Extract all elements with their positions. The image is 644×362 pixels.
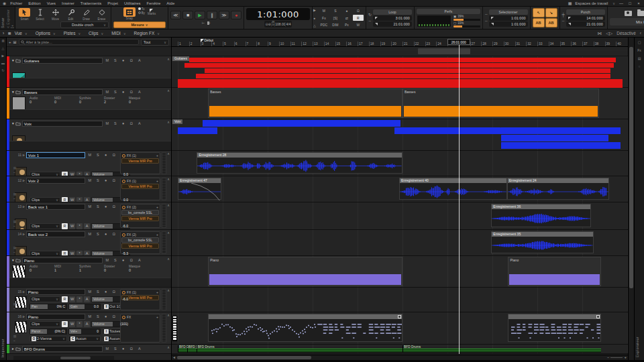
fx-plugin-vienna-mir-pro[interactable]: Vienna MIR Pro — [121, 184, 159, 189]
metronome-tri-icon[interactable]: △ — [313, 23, 316, 27]
fast-forward-button[interactable]: ≫ — [219, 11, 229, 19]
collapse-caret-icon[interactable]: ∧ — [167, 203, 170, 207]
app-logo-icon[interactable]: ◉ — [3, 1, 6, 5]
folder-button-a[interactable]: A — [136, 58, 143, 62]
track-name[interactable]: Voix 1 — [26, 152, 85, 158]
container-clip-basses[interactable]: Basses — [208, 88, 402, 118]
automation-a-button[interactable]: A — [84, 197, 90, 203]
container-clip-piano[interactable]: Piano — [208, 257, 402, 286]
mix-button-w[interactable]: W — [353, 21, 364, 28]
track-button-m[interactable]: M — [87, 204, 93, 208]
automation-r-button[interactable]: R — [62, 321, 68, 327]
folder-button-s[interactable]: S — [112, 121, 119, 125]
fx-add-button[interactable]: + — [156, 205, 158, 209]
folder-caret-icon[interactable]: ▾ — [12, 121, 14, 125]
fx-power-icon[interactable] — [122, 233, 125, 237]
folder-button-a[interactable]: A — [136, 347, 143, 351]
midi-output-dropdown[interactable]: O2-Vienna∨ — [30, 336, 67, 342]
folder-button-m[interactable]: M — [104, 347, 111, 351]
composite-clip-bar[interactable] — [500, 127, 621, 134]
tool-erase[interactable]: Erase — [95, 8, 109, 21]
collapse-caret-icon[interactable]: ∧ — [167, 231, 170, 235]
fx-add-button[interactable]: + — [156, 154, 158, 158]
folder-button-phones[interactable]: Ω — [128, 90, 135, 94]
track-name[interactable]: Piano — [26, 289, 85, 295]
audio-clip-enregistrement-28[interactable]: Enregistrement 28 — [197, 152, 402, 174]
timeline-ruler[interactable]: 1234567891011121314151617181920212223242… — [172, 38, 628, 47]
track-name[interactable]: Basses — [22, 89, 103, 95]
mix-button-pdc[interactable]: PDC — [319, 21, 329, 28]
composite-clip-bar[interactable] — [178, 127, 217, 134]
collapse-caret-icon[interactable]: ∧ — [167, 288, 170, 292]
mix-button-s[interactable]: S — [330, 7, 341, 14]
drum-clip-bfd-drums-3[interactable]: BFD Drums — [402, 345, 601, 353]
fx-power-icon[interactable] — [122, 291, 125, 294]
nudge-icons[interactable]: ◁▷ — [606, 31, 612, 36]
midi-clip-1[interactable] — [208, 314, 402, 342]
record-dot-icon[interactable]: ● — [313, 16, 316, 20]
filter-icon[interactable]: ≣ — [7, 31, 11, 36]
list-icon[interactable]: ▤ — [13, 192, 16, 196]
container-clip-basses[interactable]: Basses — [402, 88, 599, 118]
track-button-phones[interactable]: Ω — [111, 314, 117, 318]
folder-button-s[interactable]: S — [112, 90, 119, 94]
automation-a-button[interactable]: A — [84, 172, 90, 177]
menu-aide[interactable]: Aide — [166, 1, 174, 5]
audio-clip-enregistrement-24[interactable]: Enregistrement 24 — [507, 178, 609, 200]
track-button-m[interactable]: M — [87, 314, 93, 318]
selection-end-time[interactable]: 1:01:000 — [489, 21, 528, 27]
punch-dots-icon[interactable]: ┄ — [562, 19, 565, 23]
automation-a-button[interactable]: A — [84, 251, 90, 257]
mix-scene-button-2[interactable]: ↘ — [545, 8, 557, 17]
browser-files-icon[interactable]: ▤ — [638, 56, 641, 60]
collapse-caret-icon[interactable]: ∧ — [167, 257, 170, 261]
vertical-scrollbar[interactable] — [628, 38, 634, 360]
automation-w-button[interactable]: W — [69, 197, 75, 203]
track-name[interactable]: Back vox 2 — [26, 231, 85, 237]
track-button-arm[interactable]: ● — [103, 290, 109, 294]
list-icon[interactable]: ▤ — [13, 246, 16, 249]
tool-move[interactable]: Move — [48, 8, 62, 21]
automation-star-button[interactable]: * — [76, 251, 83, 257]
mix-button-[interactable]: ⇄ — [341, 15, 352, 21]
automation-icon[interactable]: ~ — [13, 339, 16, 343]
menu-ins-rer[interactable]: Insérer — [62, 1, 74, 5]
track-button-phones[interactable]: Ω — [111, 232, 117, 236]
volume-slider[interactable]: Volume0.0 — [91, 172, 130, 177]
volume-slider[interactable]: Volume-6.0 — [91, 223, 130, 229]
snap-resolution-dropdown[interactable]: Mesure∨ — [113, 21, 166, 28]
mix-button-[interactable]: ● — [341, 7, 352, 14]
track-button-arm[interactable]: ● — [103, 204, 109, 208]
midi-clip-2[interactable] — [508, 314, 601, 342]
automation-star-button[interactable]: * — [76, 197, 83, 203]
camera-icon[interactable] — [625, 11, 632, 16]
mix-button-r[interactable]: R — [353, 15, 364, 21]
fx-power-icon[interactable] — [122, 154, 125, 158]
mix-button-fx[interactable]: Fx — [319, 15, 329, 21]
fx-power-icon[interactable] — [122, 206, 125, 209]
scrub-thumb[interactable] — [207, 21, 209, 25]
track-name[interactable]: Piano — [26, 314, 85, 320]
tool-draw[interactable]: Draw — [79, 8, 93, 21]
track-name[interactable]: Voix — [22, 121, 103, 127]
horizontal-scrollbar[interactable]: ◄ − + — [172, 355, 628, 360]
fx-power-icon[interactable] — [122, 180, 125, 183]
velocity-slider[interactable]: Vél+0 — [68, 328, 101, 335]
automation-icon[interactable]: ~ — [13, 171, 16, 174]
tempo-value[interactable]: 108.00 — [275, 22, 285, 26]
mix-scene-button-1[interactable]: ↖ — [533, 8, 545, 17]
track-button-s[interactable]: S — [95, 204, 101, 208]
automation-icon[interactable]: ~ — [13, 251, 16, 254]
folder-caret-icon[interactable]: ▾ — [12, 90, 14, 94]
track-name[interactable]: Back vox 1 — [26, 204, 85, 210]
mix-button-s[interactable]: [S] — [330, 15, 341, 21]
fx-add-button[interactable]: + — [156, 233, 158, 237]
volume-slider[interactable]: Volume-5.3 — [91, 251, 130, 257]
track-button-s[interactable]: S — [95, 290, 101, 294]
collapse-caret-icon[interactable]: ∧ — [167, 88, 170, 93]
now-time-display[interactable]: 1:01:000 — [246, 8, 310, 20]
track-button-phones[interactable]: Ω — [111, 290, 117, 294]
note-value-dropdown[interactable]: Double croch∨ — [60, 21, 109, 28]
folder-button-phones[interactable]: Ω — [128, 347, 135, 351]
loop-end-time[interactable]: 21:01:000 — [373, 21, 412, 27]
